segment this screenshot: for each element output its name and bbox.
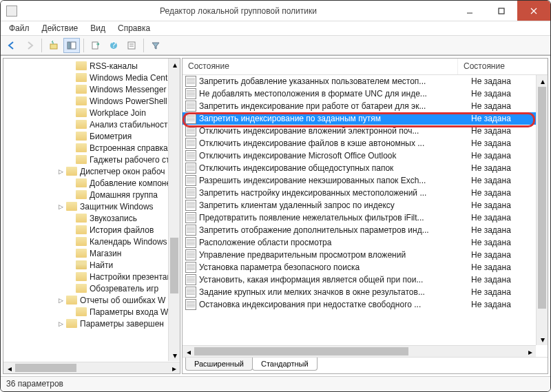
- list-item[interactable]: Запретить клиентам удаленный запрос по и…: [183, 199, 548, 212]
- tree-item[interactable]: Добавление компонен: [6, 177, 180, 189]
- tree-item[interactable]: Обозреватель игр: [6, 282, 180, 294]
- tree-item-label: Защитник Windows: [80, 202, 154, 212]
- policy-icon: [185, 287, 196, 298]
- expand-icon[interactable]: ▷: [57, 203, 65, 210]
- folder-icon: [76, 132, 87, 141]
- tree-item[interactable]: Домашняя группа: [6, 189, 180, 200]
- list-item-name: Расположение области просмотра: [199, 238, 468, 247]
- scroll-up-icon[interactable]: ▴: [537, 75, 548, 87]
- scroll-thumb[interactable]: [15, 364, 76, 372]
- tab-extended[interactable]: Расширенный: [185, 358, 253, 371]
- help-button[interactable]: ?: [105, 38, 122, 53]
- list-item-name: Не добавлять местоположения в формате UN…: [199, 89, 468, 99]
- back-button[interactable]: [3, 38, 20, 53]
- menu-view[interactable]: Вид: [85, 22, 111, 34]
- expand-icon[interactable]: ▷: [57, 320, 65, 327]
- tree-item[interactable]: Windows PowerShell: [6, 95, 180, 107]
- list-item[interactable]: Запретить индексирование по заданным пут…: [183, 112, 548, 125]
- tree-item[interactable]: ▷Диспетчер окон рабоч: [6, 165, 180, 177]
- scroll-down-icon[interactable]: ▾: [537, 333, 548, 345]
- list-item[interactable]: Не добавлять местоположения в формате UN…: [183, 87, 548, 100]
- tree-vertical-scrollbar[interactable]: ▴ ▾: [168, 59, 180, 361]
- list-item-name: Предотвратить появление нежелательных фи…: [199, 213, 468, 223]
- properties-button[interactable]: [123, 38, 140, 53]
- list-vertical-scrollbar[interactable]: ▴ ▾: [536, 75, 548, 345]
- scroll-up-icon[interactable]: ▴: [169, 59, 180, 70]
- tree-item[interactable]: Windows Messenger: [6, 83, 180, 95]
- list-item[interactable]: Разрешить индексирование некэшированных …: [183, 174, 548, 187]
- tree-item-label: Диспетчер окон рабоч: [80, 167, 165, 176]
- scroll-thumb[interactable]: [170, 238, 178, 293]
- tree-item[interactable]: Звукозапись: [6, 212, 180, 224]
- tree-horizontal-scrollbar[interactable]: ◂ ▸: [3, 362, 180, 373]
- status-text: 36 параметров: [6, 379, 63, 389]
- list-item[interactable]: Управление предварительным просмотром вл…: [183, 249, 548, 261]
- policy-icon: [185, 88, 196, 99]
- folder-icon: [76, 61, 87, 70]
- list-item[interactable]: Отключить индексирование Microsoft Offic…: [183, 149, 548, 162]
- tree-item-label: Параметры входа Winс: [90, 307, 179, 317]
- menu-file[interactable]: Файл: [3, 22, 35, 34]
- tree-item[interactable]: Анализ стабильности т: [6, 118, 180, 130]
- folder-icon: [76, 190, 87, 199]
- column-header-state[interactable]: Состояние: [458, 59, 548, 74]
- list-item[interactable]: Запретить добавление указанных пользоват…: [183, 75, 548, 87]
- list-item[interactable]: Отключить индексирование общедоступных п…: [183, 162, 548, 174]
- up-button[interactable]: [45, 38, 62, 53]
- tree-item[interactable]: История файлов: [6, 224, 180, 236]
- list-item[interactable]: Остановка индексирования при недостатке …: [183, 298, 548, 311]
- tree-item[interactable]: Настройки презентаци: [6, 271, 180, 282]
- list-item[interactable]: Предотвратить появление нежелательных фи…: [183, 212, 548, 224]
- column-header-name[interactable]: Состояние: [183, 59, 458, 74]
- tree-item[interactable]: Workplace Join: [6, 107, 180, 118]
- tree-item[interactable]: Гаджеты рабочего сто: [6, 154, 180, 165]
- list-item[interactable]: Установить, какая информация является об…: [183, 274, 548, 286]
- list-item-name: Остановка индексирования при недостатке …: [199, 300, 468, 309]
- tree-item[interactable]: ▷Защитник Windows: [6, 200, 180, 212]
- tree-item[interactable]: ▷Параметры завершен: [6, 318, 180, 329]
- list-item[interactable]: Запретить настройку индексированных мест…: [183, 187, 548, 199]
- tree-item[interactable]: Биометрия: [6, 130, 180, 142]
- close-button[interactable]: [517, 1, 550, 21]
- tree-item[interactable]: Магазин: [6, 247, 180, 259]
- list-item[interactable]: Отключить индексирование вложений электр…: [183, 125, 548, 137]
- menu-action[interactable]: Действие: [37, 22, 84, 34]
- tree-item[interactable]: Windows Media Center: [6, 72, 180, 83]
- list-item[interactable]: Запретить отображение дополнительных пар…: [183, 224, 548, 236]
- expand-icon[interactable]: ▷: [57, 296, 65, 304]
- list-horizontal-scrollbar[interactable]: ◂ ▸: [183, 345, 536, 357]
- expand-icon[interactable]: ▷: [57, 167, 65, 175]
- scroll-right-icon[interactable]: ▸: [168, 362, 180, 374]
- forward-button[interactable]: [21, 38, 38, 53]
- tree-item[interactable]: Параметры входа Winс: [6, 306, 180, 318]
- list-item[interactable]: Задание крупных или мелких значков в окн…: [183, 286, 548, 298]
- scroll-thumb[interactable]: [194, 347, 408, 355]
- tree-item[interactable]: RSS-каналы: [6, 60, 180, 72]
- tab-standard[interactable]: Стандартный: [252, 358, 318, 371]
- scroll-left-icon[interactable]: ◂: [3, 362, 15, 374]
- tree-item[interactable]: Календарь Windows: [6, 236, 180, 247]
- tree-item[interactable]: Найти: [6, 259, 180, 271]
- list-item[interactable]: Запретить индексирование при работе от б…: [183, 100, 548, 112]
- policy-icon: [185, 113, 196, 124]
- list-item-name: Отключить индексирование общедоступных п…: [199, 163, 468, 173]
- show-tree-button[interactable]: [63, 38, 80, 53]
- export-button[interactable]: [87, 38, 104, 53]
- scroll-down-icon[interactable]: ▾: [169, 349, 180, 361]
- scroll-thumb[interactable]: [538, 87, 546, 309]
- tree-item[interactable]: Встроенная справка: [6, 142, 180, 154]
- list-item-name: Задание крупных или мелких значков в окн…: [199, 287, 468, 297]
- scroll-left-icon[interactable]: ◂: [183, 346, 194, 357]
- tree-item[interactable]: ▷Отчеты об ошибках W: [6, 294, 180, 306]
- list-item[interactable]: Отключить индексирование файлов в кэше а…: [183, 137, 548, 149]
- list-item[interactable]: Установка параметра безопасного поискаНе…: [183, 261, 548, 274]
- list-item[interactable]: Расположение области просмотраНе задана: [183, 236, 548, 249]
- menu-help[interactable]: Справка: [112, 22, 156, 34]
- window-title: Редактор локальной групповой политики: [23, 6, 454, 16]
- maximize-button[interactable]: [486, 1, 517, 21]
- scroll-right-icon[interactable]: ▸: [524, 346, 536, 357]
- list-item-name: Разрешить индексирование некэшированных …: [199, 176, 468, 185]
- filter-button[interactable]: [147, 38, 164, 53]
- tree[interactable]: RSS-каналыWindows Media CenterWindows Me…: [3, 59, 180, 329]
- minimize-button[interactable]: [454, 1, 486, 21]
